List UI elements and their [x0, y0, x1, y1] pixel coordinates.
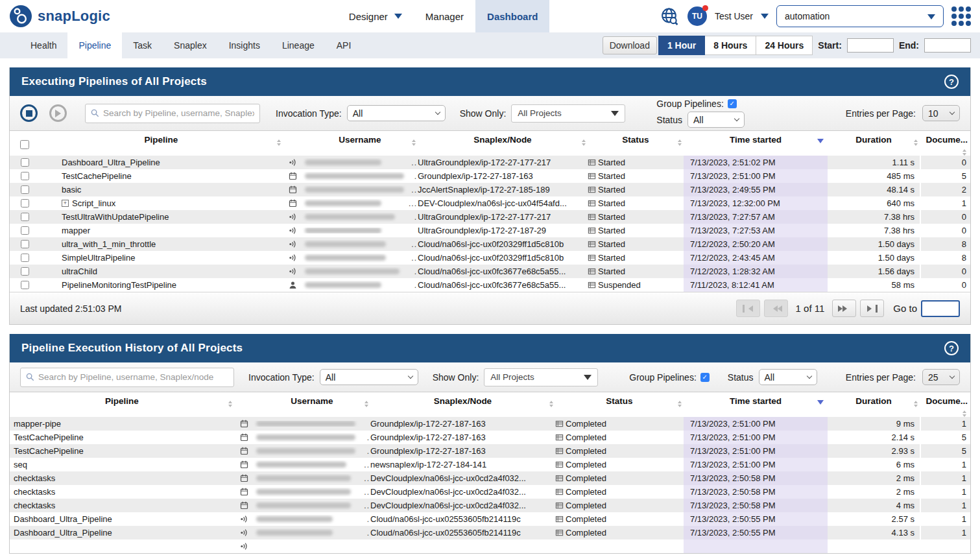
col-username[interactable]: Username [302, 131, 418, 145]
row-checkbox[interactable] [21, 267, 29, 276]
user-avatar[interactable]: TU [687, 6, 707, 26]
table-row[interactable]: ultra_with_1_min_throttle..Cloud/na06sl-… [10, 237, 970, 251]
row-checkbox[interactable] [21, 240, 29, 248]
table-row[interactable]: TestUltraWithUpdatePipeline.UltraGroundp… [10, 210, 970, 224]
row-checkbox[interactable] [21, 226, 29, 235]
sort-desc-icon[interactable] [817, 139, 824, 147]
sort-desc-icon[interactable] [817, 400, 824, 408]
prev-page-button[interactable] [764, 300, 788, 317]
table-row[interactable]: PipelineMonitoringTestPipeline.Cloud/na0… [10, 278, 970, 292]
org-selector[interactable]: automation [776, 5, 944, 27]
group-pipelines-checkbox[interactable] [728, 99, 737, 108]
table-row[interactable]: checktasks..DevCloudplex/na06sl-jcc-ux0c… [10, 499, 970, 512]
tab-api[interactable]: API [326, 32, 363, 58]
resume-pipelines-button[interactable] [49, 104, 67, 122]
row-checkbox[interactable] [21, 199, 29, 207]
table-row[interactable]: checktasks..DevCloudplex/na06sl-jcc-ux0c… [10, 485, 970, 499]
apps-grid-icon[interactable] [951, 6, 971, 26]
col-documents[interactable]: Docume... [920, 392, 970, 419]
table-row[interactable]: +Script_linux...DEV-Cloudplex/na06sl-jcc… [10, 196, 970, 210]
help-icon[interactable]: ? [944, 341, 959, 355]
range-1-hour[interactable]: 1 Hour [658, 36, 705, 55]
sort-icon[interactable] [914, 137, 918, 148]
sort-icon[interactable] [277, 137, 281, 148]
row-checkbox[interactable] [21, 172, 29, 180]
tab-lineage[interactable]: Lineage [271, 32, 326, 58]
status-select[interactable]: All [759, 369, 817, 385]
col-pipeline[interactable]: Pipeline [40, 131, 283, 145]
row-checkbox[interactable] [21, 254, 29, 262]
sort-icon[interactable] [582, 137, 586, 148]
col-username[interactable]: Username [254, 392, 370, 406]
table-row[interactable]: Dashboard_Ultra_Pipeline.Cloud/na06sl-jc… [10, 526, 970, 539]
tab-pipeline[interactable]: Pipeline [67, 32, 122, 58]
stop-pipelines-button[interactable] [20, 104, 38, 122]
sort-icon[interactable] [228, 399, 232, 409]
search-input[interactable] [38, 372, 228, 382]
col-time-started[interactable]: Time started [684, 392, 828, 406]
chevron-down-icon[interactable] [761, 14, 769, 23]
show-only-dropdown[interactable]: All Projects [484, 368, 598, 386]
table-row[interactable]: basic..JccAlertSnaplex/ip-172-27-185-189… [10, 183, 970, 196]
table-row[interactable]: Dashboard_Ultra_Pipeline.Cloud/na06sl-jc… [10, 512, 970, 526]
expand-icon[interactable]: + [62, 200, 69, 207]
tab-task[interactable]: Task [122, 32, 163, 58]
end-date-input[interactable] [924, 38, 971, 53]
sort-icon[interactable] [549, 399, 553, 409]
col-time-started[interactable]: Time started [684, 131, 828, 145]
table-row[interactable]: Dashboard_Ultra_Pipeline..UltraGroundple… [10, 156, 970, 169]
show-only-dropdown[interactable]: All Projects [511, 104, 625, 123]
nav-dashboard[interactable]: Dashboard [475, 0, 549, 32]
row-checkbox[interactable] [21, 213, 29, 221]
start-date-input[interactable] [847, 38, 894, 53]
help-icon[interactable]: ? [944, 75, 959, 89]
sort-icon[interactable] [365, 399, 368, 409]
col-documents[interactable]: Docume... [920, 131, 970, 158]
table-row[interactable]: TestCachePipeline.Groundplex/ip-172-27-1… [10, 444, 970, 458]
table-row[interactable] [10, 539, 970, 553]
search-input[interactable] [103, 108, 254, 118]
status-select[interactable]: All [687, 112, 745, 128]
nav-manager[interactable]: Manager [414, 0, 475, 32]
table-row[interactable]: TestCachePipeline.Groundplex/ip-172-27-1… [10, 431, 970, 444]
table-row[interactable]: ultraChild.Cloud/na06sl-jcc-ux0fc3677e68… [10, 265, 970, 278]
table-row[interactable]: SimpleUltraPipeline..Cloud/na06sl-jcc-ux… [10, 251, 970, 265]
table-row[interactable]: mapper-pipeGroundplex/ip-172-27-187-163C… [10, 417, 970, 431]
table-row[interactable]: TestCachePipeline.Groundplex/ip-172-27-1… [10, 169, 970, 183]
tab-health[interactable]: Health [19, 32, 67, 58]
range-8-hours[interactable]: 8 Hours [705, 36, 756, 55]
col-status[interactable]: Status [588, 131, 684, 145]
sort-icon[interactable] [914, 399, 918, 409]
table-row[interactable]: mapperUltraGroundplex/ip-172-27-187-29St… [10, 224, 970, 237]
sort-icon[interactable] [678, 137, 682, 148]
tab-insights[interactable]: Insights [218, 32, 271, 58]
entries-per-page-select[interactable]: 25 [922, 369, 960, 385]
sort-icon[interactable] [678, 399, 682, 409]
tab-snaplex[interactable]: Snaplex [163, 32, 218, 58]
col-duration[interactable]: Duration [828, 131, 920, 145]
col-duration[interactable]: Duration [828, 392, 920, 406]
sort-icon[interactable] [962, 409, 966, 419]
col-snaplex[interactable]: Snaplex/Node [418, 131, 588, 145]
col-snaplex[interactable]: Snaplex/Node [370, 392, 555, 406]
first-page-button[interactable] [736, 300, 760, 317]
next-page-button[interactable] [832, 300, 856, 317]
col-status[interactable]: Status [555, 392, 684, 406]
row-checkbox[interactable] [21, 158, 29, 167]
sort-icon[interactable] [962, 147, 966, 158]
invocation-type-select[interactable]: All [347, 105, 446, 121]
group-pipelines-checkbox[interactable] [700, 373, 710, 382]
goto-page-input[interactable] [921, 300, 960, 317]
globe-search-icon[interactable] [660, 6, 680, 27]
entries-per-page-select[interactable]: 10 [922, 105, 960, 121]
row-checkbox[interactable] [21, 185, 29, 194]
table-row[interactable]: seq..newsnaplex/ip-172-27-184-141Complet… [10, 458, 970, 471]
col-pipeline[interactable]: Pipeline [10, 392, 234, 406]
download-button[interactable]: Download [603, 36, 657, 54]
invocation-type-select[interactable]: All [320, 369, 418, 385]
nav-designer[interactable]: Designer [337, 0, 414, 32]
sort-icon[interactable] [412, 137, 416, 148]
row-checkbox[interactable] [21, 281, 29, 289]
select-all-checkbox[interactable] [20, 140, 29, 149]
last-page-button[interactable] [860, 300, 884, 317]
